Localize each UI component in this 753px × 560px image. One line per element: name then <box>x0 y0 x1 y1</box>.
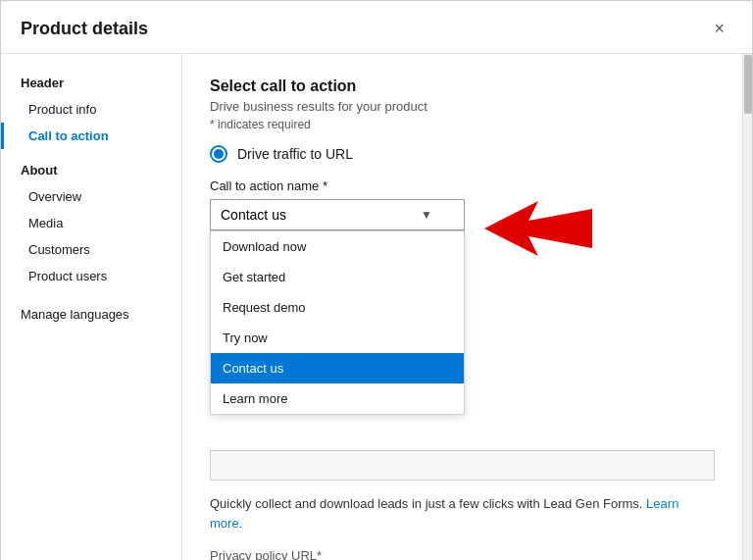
sidebar-item-media[interactable]: Media <box>1 210 181 236</box>
dropdown-section: Call to action name * Contact us ▼ Downl… <box>210 178 715 274</box>
dropdown-item-request-demo[interactable]: Request demo <box>211 292 464 323</box>
lead-gen-text: Quickly collect and download leads in ju… <box>210 494 715 533</box>
sidebar-item-call-to-action[interactable]: Call to action <box>1 123 181 149</box>
cta-dropdown-menu: Download now Get started Request demo Tr… <box>210 230 465 415</box>
cta-field-label: Call to action name * <box>210 178 715 193</box>
dialog-header: Product details × <box>1 1 752 54</box>
chevron-down-icon: ▼ <box>421 208 432 222</box>
cta-dropdown-selected-value: Contact us <box>221 207 286 223</box>
url-row <box>210 450 715 481</box>
privacy-label: Privacy policy URL* <box>210 548 715 560</box>
dropdown-item-try-now[interactable]: Try now <box>211 323 464 353</box>
sidebar-item-product-users[interactable]: Product users <box>1 263 181 289</box>
main-content: Select call to action Drive business res… <box>182 54 742 560</box>
scrollbar-thumb[interactable] <box>744 55 752 114</box>
product-details-dialog: Product details × Header Product info Ca… <box>0 0 753 560</box>
dropdown-item-get-started[interactable]: Get started <box>211 262 464 292</box>
required-note: * indicates required <box>210 118 715 131</box>
sidebar: Header Product info Call to action About… <box>1 54 182 560</box>
close-button[interactable]: × <box>706 15 732 43</box>
url-input[interactable] <box>210 450 715 481</box>
dropdown-item-download-now[interactable]: Download now <box>211 231 464 262</box>
radio-label-drive-traffic: Drive traffic to URL <box>237 146 353 162</box>
sidebar-about-label: About <box>1 157 181 183</box>
sidebar-header-label: Header <box>1 70 181 96</box>
cta-dropdown-trigger[interactable]: Contact us ▼ <box>210 199 465 230</box>
radio-circle-drive-traffic <box>210 145 227 163</box>
dialog-title: Product details <box>21 19 148 39</box>
section-title: Select call to action <box>210 77 715 95</box>
section-subtitle: Drive business results for your product <box>210 99 715 114</box>
red-arrow-svg <box>484 191 592 270</box>
dropdown-item-learn-more[interactable]: Learn more <box>211 383 464 414</box>
sidebar-item-overview[interactable]: Overview <box>1 183 181 210</box>
radio-drive-traffic[interactable]: Drive traffic to URL <box>210 145 715 163</box>
dropdown-item-contact-us[interactable]: Contact us <box>211 353 464 383</box>
red-arrow-indicator <box>484 191 592 274</box>
dialog-body: Header Product info Call to action About… <box>1 54 752 560</box>
dropdown-and-arrow: Contact us ▼ Download now Get started <box>210 199 715 274</box>
cta-dropdown-wrapper: Contact us ▼ Download now Get started <box>210 199 465 230</box>
sidebar-item-product-info[interactable]: Product info <box>1 96 181 123</box>
sidebar-item-customers[interactable]: Customers <box>1 236 181 263</box>
sidebar-item-manage-languages[interactable]: Manage languages <box>1 301 181 328</box>
svg-marker-0 <box>484 201 592 256</box>
scrollbar-track[interactable] <box>742 54 752 560</box>
